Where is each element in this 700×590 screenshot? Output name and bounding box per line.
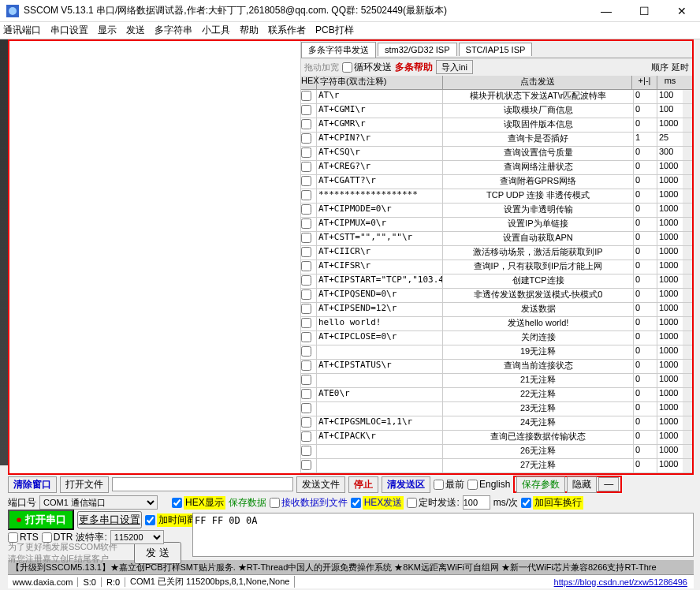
scrollbar-track[interactable] <box>683 445 692 458</box>
row-command[interactable]: AT+CIPACK\r <box>317 431 443 444</box>
menu-item-5[interactable]: 小工具 <box>202 24 230 37</box>
row-command[interactable]: AT+CIPSTART="TCP","103.4 <box>317 274 443 288</box>
row-command[interactable]: AT+CPIN?\r <box>317 133 443 146</box>
row-note-button[interactable]: 22无注释 <box>443 388 634 401</box>
row-hex-checkbox[interactable] <box>301 233 311 243</box>
row-note-button[interactable]: 26无注释 <box>443 445 634 458</box>
row-command[interactable]: AT+CGMR\r <box>317 118 443 132</box>
hex-display-checkbox[interactable]: HEX显示 <box>172 496 225 510</box>
row-delay[interactable]: 1000 <box>657 161 683 174</box>
tab-1[interactable]: stm32/GD32 ISP <box>378 43 457 56</box>
collapse-button[interactable]: — <box>598 477 619 491</box>
minimize-button[interactable]: — <box>594 5 618 17</box>
send-file-button[interactable]: 发送文件 <box>296 476 345 493</box>
scrollbar-track[interactable] <box>683 274 692 288</box>
scrollbar-track[interactable] <box>683 431 692 444</box>
clear-window-button[interactable]: 清除窗口 <box>8 476 57 493</box>
hex-send-checkbox[interactable]: HEX发送 <box>351 496 404 510</box>
menu-item-4[interactable]: 多字符串 <box>155 24 192 37</box>
timed-interval-input[interactable] <box>463 495 490 510</box>
row-delay[interactable]: 1000 <box>657 345 683 359</box>
row-note-button[interactable]: 24无注释 <box>443 416 634 430</box>
plus-minus-header[interactable]: +|-| <box>632 76 657 89</box>
row-command[interactable] <box>317 459 443 472</box>
row-order[interactable]: 0 <box>634 416 657 430</box>
row-hex-checkbox[interactable] <box>301 204 311 215</box>
stop-button[interactable]: 停止 <box>348 476 378 493</box>
row-hex-checkbox[interactable] <box>301 460 311 470</box>
row-command[interactable]: AT+CIPQSEND=0\r <box>317 289 443 302</box>
row-order[interactable]: 0 <box>634 175 657 189</box>
row-delay[interactable]: 1000 <box>657 204 683 217</box>
row-note-button[interactable]: 查询当前连接状态 <box>443 360 634 373</box>
scrollbar-track[interactable] <box>683 345 692 359</box>
row-hex-checkbox[interactable] <box>301 375 311 385</box>
row-delay[interactable]: 1000 <box>657 189 683 203</box>
row-command[interactable] <box>317 345 443 359</box>
row-order[interactable]: 0 <box>634 204 657 217</box>
row-note-button[interactable]: 查询设置信号质量 <box>443 147 634 160</box>
row-note-button[interactable]: 设置为非透明传输 <box>443 204 634 217</box>
scrollbar-track[interactable] <box>683 388 692 401</box>
row-order[interactable]: 0 <box>634 289 657 302</box>
scrollbar-track[interactable] <box>683 133 692 146</box>
row-note-button[interactable]: 查询卡是否插好 <box>443 133 634 146</box>
english-checkbox[interactable]: English <box>467 479 510 490</box>
row-note-button[interactable]: 创建TCP连接 <box>443 274 634 288</box>
row-note-button[interactable]: 查询IP，只有获取到IP后才能上网 <box>443 260 634 274</box>
row-delay[interactable]: 1000 <box>657 402 683 416</box>
row-command[interactable]: AT+CIPSEND=12\r <box>317 303 443 316</box>
row-delay[interactable]: 1000 <box>657 374 683 387</box>
status-link[interactable]: https://blog.csdn.net/zxw51286496 <box>554 577 694 587</box>
hide-button[interactable]: 隐藏 <box>567 476 597 493</box>
row-note-button[interactable]: 查询附着GPRS网络 <box>443 175 634 189</box>
row-command[interactable] <box>317 402 443 416</box>
row-delay[interactable]: 1000 <box>657 317 683 330</box>
row-delay[interactable]: 100 <box>657 104 683 118</box>
row-hex-checkbox[interactable] <box>301 162 311 172</box>
row-hex-checkbox[interactable] <box>301 218 311 229</box>
row-command[interactable]: AT+CIICR\r <box>317 246 443 260</box>
row-delay[interactable]: 1000 <box>657 303 683 316</box>
row-hex-checkbox[interactable] <box>301 431 311 442</box>
row-hex-checkbox[interactable] <box>301 446 311 456</box>
row-delay[interactable]: 1000 <box>657 459 683 472</box>
scrollbar-track[interactable] <box>683 416 692 430</box>
row-order[interactable]: 0 <box>634 374 657 387</box>
more-settings-button[interactable]: 更多串口设置 <box>77 511 142 528</box>
maximize-button[interactable]: ☐ <box>632 5 656 17</box>
timed-send-checkbox[interactable]: 定时发送: <box>407 496 459 510</box>
row-command[interactable]: AT+CIPMUX=0\r <box>317 218 443 231</box>
row-note-button[interactable]: 设置自动获取APN <box>443 232 634 245</box>
row-command[interactable] <box>317 374 443 387</box>
save-params-button[interactable]: 保存参数 <box>516 476 565 493</box>
port-select[interactable]: COM1 通信端口 <box>39 495 158 510</box>
drag-widen-label[interactable]: 拖动加宽 <box>304 62 339 73</box>
row-note-button[interactable]: 27无注释 <box>443 459 634 472</box>
row-note-button[interactable]: 读取模块厂商信息 <box>443 104 634 118</box>
row-order[interactable]: 0 <box>634 360 657 373</box>
scrollbar-track[interactable] <box>683 289 692 302</box>
scrollbar-track[interactable] <box>683 303 692 316</box>
row-note-button[interactable]: 查询网络注册状态 <box>443 161 634 174</box>
row-note-button[interactable]: 设置IP为单链接 <box>443 218 634 231</box>
row-hex-checkbox[interactable] <box>301 318 311 328</box>
row-command[interactable]: AT+CIFSR\r <box>317 260 443 274</box>
row-order[interactable]: 0 <box>634 388 657 401</box>
menu-item-6[interactable]: 帮助 <box>240 24 259 37</box>
row-hex-checkbox[interactable] <box>301 91 311 101</box>
row-delay[interactable]: 1000 <box>657 274 683 288</box>
row-order[interactable]: 0 <box>634 104 657 118</box>
row-note-button[interactable]: 发送hello world! <box>443 317 634 330</box>
import-ini-button[interactable]: 导入ini <box>436 60 473 74</box>
row-note-button[interactable]: 模块开机状态下发送AT\r匹配波特率 <box>443 90 634 103</box>
row-order[interactable]: 0 <box>634 331 657 345</box>
row-note-button[interactable]: 非透传发送数据发送模式-快模式0 <box>443 289 634 302</box>
row-order[interactable]: 0 <box>634 402 657 416</box>
menu-item-2[interactable]: 显示 <box>98 24 117 37</box>
row-command[interactable]: AT+CIPCLOSE=0\r <box>317 331 443 345</box>
row-command[interactable]: AT+CGATT?\r <box>317 175 443 189</box>
row-command[interactable]: AT+CREG?\r <box>317 161 443 174</box>
menu-item-0[interactable]: 通讯端口 <box>3 24 41 37</box>
row-hex-checkbox[interactable] <box>301 304 311 314</box>
